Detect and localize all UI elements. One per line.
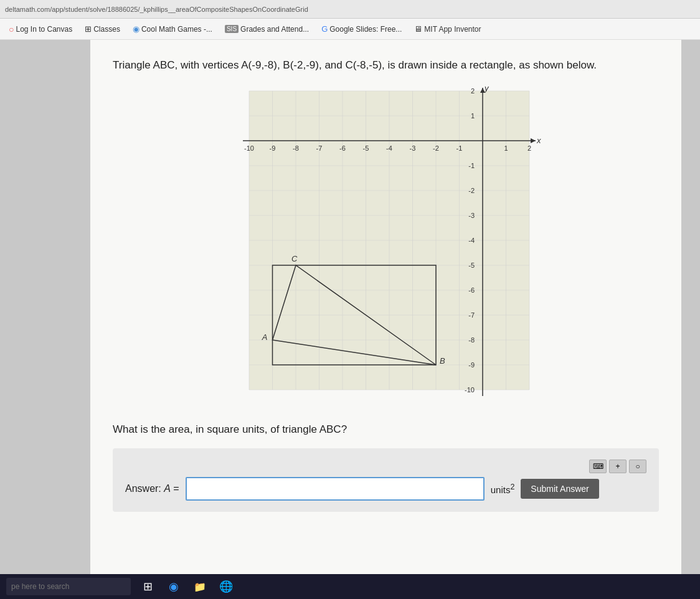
svg-text:-9: -9 xyxy=(269,144,275,152)
svg-text:1: 1 xyxy=(504,144,508,152)
svg-text:B: B xyxy=(440,356,445,366)
browser-address-bar: deltamath.com/app/student/solve/18886025… xyxy=(0,0,700,19)
answer-input[interactable] xyxy=(186,477,485,501)
keyboard-icon[interactable]: ⌨ xyxy=(589,460,607,473)
svg-text:-6: -6 xyxy=(339,144,346,152)
problem-description: Triangle ABC, with vertices A(-9,-8), B(… xyxy=(113,57,659,73)
left-sidebar xyxy=(0,40,90,574)
submit-button[interactable]: Submit Answer xyxy=(521,479,598,499)
svg-text:-9: -9 xyxy=(468,361,475,369)
svg-text:-1: -1 xyxy=(456,144,462,152)
graph-container: -10 -9 -8 -7 -6 -5 -4 -3 -2 -1 1 2 x 1 2… xyxy=(113,85,659,408)
bookmarks-bar: ○ Log In to Canvas ⊞ Classes ◉ Cool Math… xyxy=(0,19,700,40)
svg-text:-3: -3 xyxy=(468,212,475,219)
right-sidebar xyxy=(681,40,700,574)
svg-text:2: 2 xyxy=(470,87,474,95)
prev-btn[interactable]: + xyxy=(609,460,627,473)
svg-text:-7: -7 xyxy=(316,144,322,152)
svg-text:-1: -1 xyxy=(468,162,475,169)
coordinate-graph: -10 -9 -8 -7 -6 -5 -4 -3 -2 -1 1 2 x 1 2… xyxy=(230,85,542,408)
svg-text:-6: -6 xyxy=(468,286,475,294)
answer-section: ⌨ + ○ Answer: A = units2 Submit Answer xyxy=(113,448,659,512)
url-text: deltamath.com/app/student/solve/18886025… xyxy=(5,6,308,13)
svg-marker-28 xyxy=(531,138,536,143)
svg-text:A: A xyxy=(261,333,267,342)
taskbar-windows-icon[interactable]: ⊞ xyxy=(138,577,157,596)
svg-text:-7: -7 xyxy=(468,311,475,319)
svg-text:-10: -10 xyxy=(465,386,475,394)
taskbar-chrome-icon[interactable]: 🌐 xyxy=(217,577,235,596)
answer-row: Answer: A = units2 Submit Answer xyxy=(125,477,646,501)
svg-text:-5: -5 xyxy=(362,144,369,152)
bookmark-google-slides[interactable]: G Google Slides: Free... xyxy=(316,22,407,35)
answer-label: Answer: A = xyxy=(125,483,179,494)
bookmark-classes[interactable]: ⊞ Classes xyxy=(80,22,125,35)
svg-text:C: C xyxy=(291,254,298,263)
svg-text:-2: -2 xyxy=(468,187,475,194)
svg-text:-5: -5 xyxy=(468,262,475,269)
svg-text:2: 2 xyxy=(527,144,531,152)
svg-text:-8: -8 xyxy=(468,336,475,344)
toolbar-right: ⌨ + ○ xyxy=(125,460,646,473)
svg-text:-4: -4 xyxy=(468,237,475,244)
bookmark-mit-app[interactable]: 🖥 MIT App Inventor xyxy=(409,22,486,35)
svg-text:-4: -4 xyxy=(386,144,392,152)
bookmark-coolmath[interactable]: ◉ Cool Math Games -... xyxy=(128,22,217,35)
bookmark-canvas[interactable]: ○ Log In to Canvas xyxy=(4,22,77,36)
units-superscript: 2 xyxy=(510,483,514,491)
main-layout: Triangle ABC, with vertices A(-9,-8), B(… xyxy=(0,40,700,574)
taskbar-edge-icon[interactable]: ◉ xyxy=(164,577,183,596)
svg-text:-8: -8 xyxy=(293,144,299,152)
svg-text:1: 1 xyxy=(470,112,474,120)
taskbar-search[interactable] xyxy=(6,578,131,595)
next-btn[interactable]: ○ xyxy=(629,460,646,473)
svg-text:-3: -3 xyxy=(409,144,415,152)
bookmark-grades[interactable]: SIS Grades and Attend... xyxy=(220,23,314,35)
taskbar: ⊞ ◉ 📁 🌐 xyxy=(0,574,700,599)
content-panel: Triangle ABC, with vertices A(-9,-8), B(… xyxy=(90,40,681,574)
taskbar-folder-icon[interactable]: 📁 xyxy=(191,577,209,596)
question-text: What is the area, in square units, of tr… xyxy=(113,423,659,436)
svg-text:-10: -10 xyxy=(244,144,254,152)
units-label: units2 xyxy=(491,483,515,495)
svg-text:-2: -2 xyxy=(433,144,439,152)
svg-text:x: x xyxy=(536,136,541,145)
